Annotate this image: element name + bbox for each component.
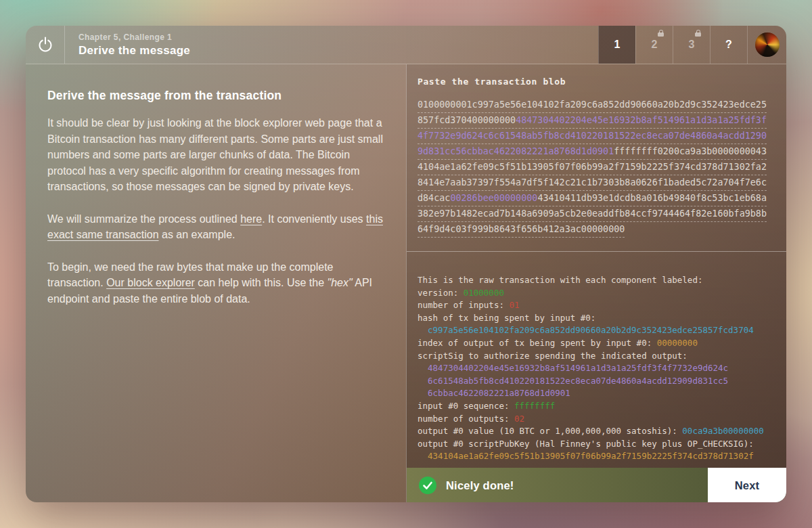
- blob-heading: Paste the transaction blob: [418, 76, 775, 87]
- blob-line: 4f7732e9d624c6c61548ab5fb8cd410220181522…: [418, 129, 767, 144]
- lesson-paragraph: It should be clear by just looking at th…: [47, 115, 388, 195]
- tab-step-3[interactable]: 3: [673, 26, 710, 64]
- lock-icon: [658, 32, 664, 37]
- blob-line: 857fcd3704000000004847304402204e45e16932…: [418, 113, 767, 129]
- lesson-paragraph: To begin, we need the raw bytes that mak…: [47, 259, 388, 307]
- power-icon: [35, 35, 55, 55]
- lesson-title: Derive the message from the transaction: [47, 89, 388, 103]
- bd-line: number of inputs: 01: [418, 299, 775, 312]
- next-button[interactable]: Next: [708, 468, 786, 502]
- bd-line: c997a5e56e104102fa209c6a852dd90660a20b2d…: [418, 324, 775, 337]
- status-message: Nicely done!: [446, 479, 514, 492]
- bd-line: version: 01000000: [418, 287, 775, 300]
- blob-line: 64f9d4c03f999b8643f656b412a3ac00000000: [418, 222, 625, 238]
- lesson-paragraph: We will summarize the process outlined h…: [47, 211, 388, 243]
- blob-line: d84cac00286bee0000000043410411db93e1dcdb…: [418, 191, 767, 206]
- lesson-paragraphs: It should be clear by just looking at th…: [47, 115, 388, 307]
- lesson-panel: Derive the message from the transaction …: [26, 64, 406, 502]
- lock-icon: [695, 32, 701, 37]
- question-mark-icon: ?: [725, 39, 732, 51]
- text-link[interactable]: here: [240, 213, 262, 225]
- tab-step-1[interactable]: 1: [598, 26, 635, 64]
- success-bar: Nicely done! Next: [407, 468, 786, 502]
- tab-step-1-label: 1: [614, 39, 621, 51]
- tab-step-2[interactable]: 2: [635, 26, 673, 64]
- check-icon: [419, 477, 436, 494]
- bd-line: This is the raw transaction with each co…: [418, 274, 775, 287]
- bd-line: 6c61548ab5fb8cd410220181522ec8eca07de486…: [418, 375, 775, 388]
- bd-line: output #0 scriptPubKey (Hal Finney's pub…: [418, 438, 775, 451]
- main-content: Derive the message from the transaction …: [26, 64, 786, 502]
- step-tabs: 1 2 3 ?: [598, 26, 786, 64]
- bd-line: input #0 sequence: ffffffff: [418, 400, 775, 413]
- tab-step-2-label: 2: [652, 39, 658, 51]
- avatar: [755, 32, 780, 57]
- blob-line: 382e97b1482ecad7b148a6909a5cb2e0eaddfb84…: [418, 206, 767, 222]
- tab-step-3-label: 3: [689, 39, 695, 51]
- challenge-title: Derive the message: [78, 44, 190, 58]
- help-button[interactable]: ?: [710, 26, 747, 64]
- top-bar: Chapter 5, Challenge 1 Derive the messag…: [26, 26, 786, 64]
- bd-line: 4847304402204e45e16932b8af514961a1d3a1a2…: [418, 362, 775, 375]
- blob-lines: 0100000001c997a5e56e104102fa209c6a852dd9…: [418, 97, 775, 238]
- transaction-breakdown: This is the raw transaction with each co…: [407, 252, 786, 502]
- challenge-title-block: Chapter 5, Challenge 1 Derive the messag…: [65, 26, 204, 64]
- bd-line: 6cbbac4622082221a8768d1d0901: [418, 387, 775, 400]
- bd-line: number of outputs: 02: [418, 413, 775, 426]
- power-button[interactable]: [26, 26, 65, 64]
- bd-line: index of output of tx being spent by inp…: [418, 337, 775, 350]
- bd-line: scriptSig to authorize spending the indi…: [418, 350, 775, 363]
- blob-line: 4104ae1a62fe09c5f51b13905f07f06b99a2f715…: [418, 160, 767, 175]
- exercise-panel: Paste the transaction blob 0100000001c99…: [406, 64, 786, 502]
- bd-line: 434104ae1a62fe09c5f51b13905f07f06b99a2f7…: [418, 450, 775, 463]
- app-window: Chapter 5, Challenge 1 Derive the messag…: [26, 26, 786, 502]
- blob-line: 9d831cc56cbbac4622082221a8768d1d0901ffff…: [418, 144, 767, 160]
- transaction-blob-input[interactable]: Paste the transaction blob 0100000001c99…: [407, 64, 786, 252]
- profile-button[interactable]: [747, 26, 786, 64]
- bd-line: hash of tx being spent by input #0:: [418, 312, 775, 325]
- bd-line: output #0 value (10 BTC or 1,000,000,000…: [418, 425, 775, 438]
- blob-line: 8414e7aab37397f554a7df5f142c21c1b7303b8a…: [418, 175, 767, 191]
- blob-line: 0100000001c997a5e56e104102fa209c6a852dd9…: [418, 97, 767, 113]
- text-link[interactable]: Our block explorer: [106, 277, 195, 288]
- chapter-label: Chapter 5, Challenge 1: [78, 32, 190, 42]
